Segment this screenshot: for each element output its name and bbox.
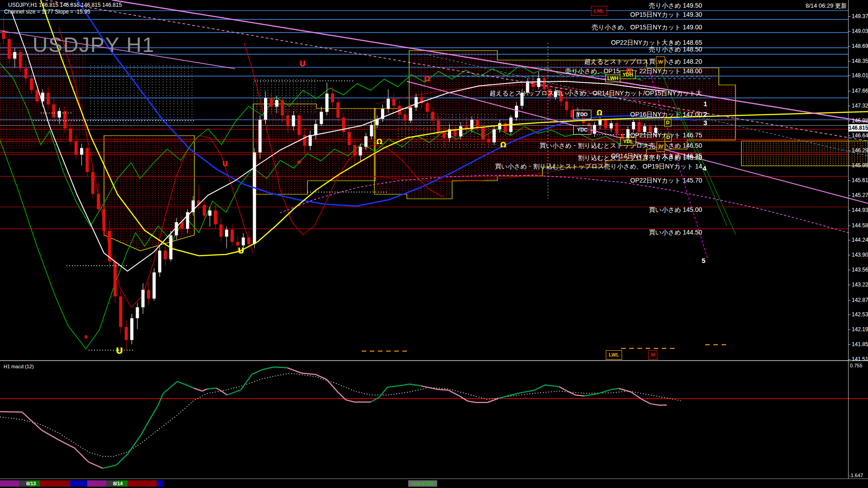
- candle-body: [63, 111, 66, 129]
- price-axis-tick: [848, 180, 850, 181]
- session-date-8-14: 8/14: [113, 481, 123, 486]
- tag-box-lwh[interactable]: LWH: [605, 75, 620, 82]
- macd-main-line-segment: [22, 412, 42, 430]
- macd-main-line-segment: [222, 391, 227, 395]
- tag-box-ydc[interactable]: YDC: [573, 125, 591, 135]
- candle-body: [314, 124, 317, 135]
- macd-min-value: -1.647: [849, 473, 863, 478]
- tag-box-w[interactable]: W: [656, 56, 665, 68]
- price-axis-label-146.640: 146.640: [852, 132, 868, 139]
- tag-box-ydo[interactable]: YDO: [573, 110, 591, 119]
- tag-box-w[interactable]: W: [656, 141, 665, 152]
- candle-body: [275, 100, 278, 106]
- candle-body: [125, 327, 128, 340]
- candle-body: [599, 120, 602, 125]
- price-axis-tick: [848, 195, 850, 196]
- price-axis-label-148.350: 148.350: [852, 58, 868, 64]
- tag-box-lwl[interactable]: LWL: [606, 350, 622, 360]
- price-axis-label-144.930: 144.930: [852, 207, 868, 213]
- price-axis-tick: [848, 61, 850, 61]
- tag-box-ydl[interactable]: YDL: [620, 137, 636, 145]
- macd-toggle-button[interactable]: macd ON: [408, 480, 437, 487]
- candle-body: [231, 230, 234, 242]
- candle-body: [309, 135, 312, 146]
- macd-main-line-segment: [534, 385, 545, 390]
- session-segment: [0, 480, 19, 487]
- annotation-label: 買い小さめ・割り込むとストップロス売り小さめ、OP19日NYカット 14: [495, 163, 702, 170]
- candle-body: [164, 251, 167, 259]
- macd-max-value: 0.755: [850, 363, 863, 368]
- macd-main-line-segment: [399, 384, 410, 386]
- signal-glyph-marker: Ω: [597, 109, 603, 117]
- price-axis-label-144.240: 144.240: [852, 237, 868, 243]
- price-axis-label-143.900: 143.900: [852, 252, 868, 258]
- candle-body: [637, 122, 641, 132]
- tag-box-lml[interactable]: LML: [591, 6, 607, 16]
- annotation-label: OP22日NYカット大きめ 148.65: [611, 39, 702, 46]
- candle-body: [286, 115, 289, 126]
- candle-body: [392, 99, 396, 106]
- current-price-box: 146.815: [849, 124, 868, 131]
- price-axis-label-146.980: 146.980: [852, 117, 868, 124]
- price-axis-tick: [848, 270, 850, 270]
- macd-main-line-segment: [576, 395, 584, 396]
- signal-glyph-marker: Ω: [424, 75, 430, 83]
- macd-main-line-segment: [387, 386, 399, 387]
- circle-marker: ⊗: [408, 103, 412, 109]
- candle-body: [431, 112, 434, 121]
- annotation-label: 買い小さめ 144.50: [649, 229, 702, 236]
- panel-divider[interactable]: [0, 360, 868, 361]
- signal-glyph-marker: U: [299, 59, 306, 68]
- macd-main-line-segment: [520, 390, 534, 393]
- macd-main-line-segment: [584, 394, 598, 396]
- annotation-label: 超えるとストップロス買い小さめ 148.20: [584, 58, 702, 65]
- annotation-label: 超えるとストップロス買い小さめ、OP14日NYカット/OP15日NYカット大: [490, 90, 702, 97]
- candle-body: [297, 115, 301, 135]
- candle-body: [142, 290, 145, 307]
- candle-body: [8, 39, 11, 58]
- macd-main-line-segment: [208, 388, 216, 389]
- price-axis-tick: [848, 16, 850, 17]
- signal-glyph-marker: Ω: [376, 137, 382, 146]
- candle-body: [208, 211, 212, 216]
- candle-body: [180, 222, 184, 229]
- price-axis-tick: [848, 91, 850, 91]
- candle-body: [136, 307, 139, 318]
- candle-body: [437, 121, 440, 132]
- macd-main-line-segment: [42, 430, 58, 440]
- macd-main-line-segment: [598, 389, 612, 394]
- macd-main-line-segment: [651, 404, 659, 405]
- candle-body: [80, 148, 83, 155]
- candle-body: [91, 172, 94, 194]
- tag-box-d[interactable]: D: [665, 134, 672, 141]
- tag-box-d[interactable]: D: [664, 119, 671, 127]
- channel-number-3: 3: [703, 119, 707, 127]
- price-axis-label-142.190: 142.190: [852, 326, 868, 333]
- tag-box-m[interactable]: M: [648, 350, 657, 360]
- candle-body: [203, 205, 206, 216]
- candle-body: [85, 148, 89, 172]
- price-axis-label-141.510: 141.510: [852, 356, 868, 362]
- price-axis-tick: [848, 106, 850, 106]
- price-axis-tick: [848, 210, 850, 211]
- candle-body: [543, 78, 546, 89]
- annotation-label: OP15日NYカット 149.30: [630, 11, 702, 18]
- price-axis-label-147.660: 147.660: [852, 88, 868, 94]
- candle-body: [615, 123, 618, 134]
- macd-main-line-segment: [559, 387, 567, 391]
- candle-body: [403, 114, 406, 121]
- candle-body: [303, 135, 306, 146]
- candle-body: [214, 211, 217, 225]
- candle-body: [415, 97, 418, 108]
- candle-body: [493, 129, 496, 142]
- candle-body: [225, 230, 228, 236]
- price-axis-tick: [848, 136, 850, 136]
- candle-body: [515, 106, 518, 117]
- macd-main-line-segment: [177, 381, 185, 385]
- price-axis-tick: [848, 255, 850, 255]
- price-axis-tick: [848, 31, 850, 32]
- candle-body: [459, 126, 462, 136]
- macd-main-line-segment: [241, 375, 252, 390]
- macd-indicator-panel[interactable]: [0, 361, 868, 479]
- channel-number-4: 4: [703, 164, 706, 172]
